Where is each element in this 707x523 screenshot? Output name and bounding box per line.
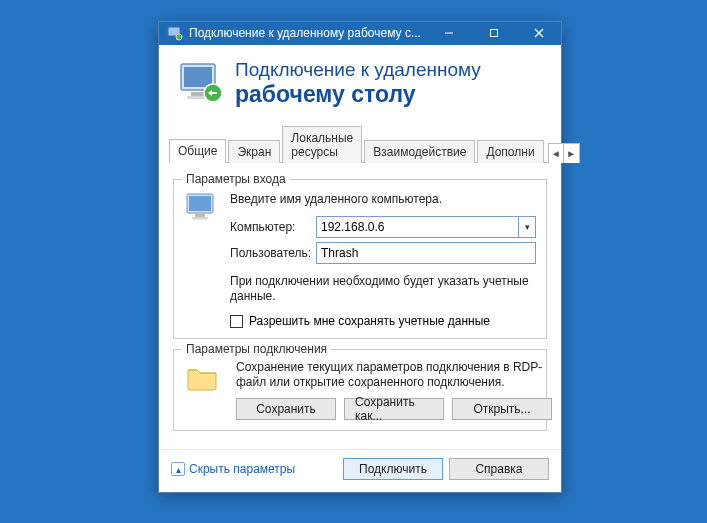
computer-input[interactable] bbox=[316, 216, 518, 238]
tab-scroll-left[interactable]: ◄ bbox=[548, 143, 564, 163]
save-button[interactable]: Сохранить bbox=[236, 398, 336, 420]
dialog-header: Подключение к удаленному рабочему столу bbox=[159, 45, 561, 125]
logon-intro: Введите имя удаленного компьютера. bbox=[230, 192, 536, 206]
group-connection-settings: Параметры подключения Сохранение текущих… bbox=[173, 349, 547, 431]
dialog-footer: ▴ Скрыть параметры Подключить Справка bbox=[159, 449, 561, 492]
header-line2: рабочему столу bbox=[235, 81, 481, 107]
tab-advanced[interactable]: Дополни bbox=[477, 140, 543, 163]
folder-icon bbox=[184, 360, 220, 396]
connection-text: Сохранение текущих параметров подключени… bbox=[236, 360, 552, 390]
minimize-button[interactable] bbox=[426, 22, 471, 45]
header-text: Подключение к удаленному рабочему столу bbox=[235, 59, 481, 107]
svg-rect-12 bbox=[189, 196, 211, 211]
close-button[interactable] bbox=[516, 22, 561, 45]
save-as-button[interactable]: Сохранить как... bbox=[344, 398, 444, 420]
tab-scroll-right[interactable]: ► bbox=[564, 143, 580, 163]
username-input[interactable] bbox=[316, 242, 536, 264]
tab-scroll-buttons: ◄ ► bbox=[548, 143, 580, 163]
computer-label: Компьютер: bbox=[230, 220, 316, 234]
user-label: Пользователь: bbox=[230, 246, 316, 260]
rdp-settings-window: Подключение к удаленному рабочему с... bbox=[158, 21, 562, 493]
svg-point-1 bbox=[176, 34, 182, 40]
tab-content: Параметры входа Введите имя удаленного к… bbox=[159, 163, 561, 449]
tab-display[interactable]: Экран bbox=[228, 140, 280, 163]
chevron-up-icon: ▴ bbox=[171, 462, 185, 476]
window-controls bbox=[426, 22, 561, 45]
help-button[interactable]: Справка bbox=[449, 458, 549, 480]
tab-experience[interactable]: Взаимодействие bbox=[364, 140, 475, 163]
open-button[interactable]: Открыть... bbox=[452, 398, 552, 420]
group-logon-legend: Параметры входа bbox=[182, 172, 290, 186]
svg-rect-13 bbox=[195, 214, 205, 217]
group-connection-legend: Параметры подключения bbox=[182, 342, 331, 356]
titlebar: Подключение к удаленному рабочему с... bbox=[159, 22, 561, 45]
header-line1: Подключение к удаленному bbox=[235, 59, 481, 81]
chevron-down-icon[interactable]: ▾ bbox=[518, 216, 536, 238]
rdp-monitor-icon bbox=[177, 59, 225, 107]
window-title: Подключение к удаленному рабочему с... bbox=[189, 26, 426, 40]
tab-local-resources[interactable]: Локальные ресурсы bbox=[282, 126, 362, 163]
svg-rect-7 bbox=[184, 67, 212, 87]
svg-rect-3 bbox=[490, 30, 497, 37]
credentials-note: При подключении необходимо будет указать… bbox=[230, 274, 536, 304]
computer-combobox[interactable]: ▾ bbox=[316, 216, 536, 238]
app-icon bbox=[167, 25, 183, 41]
monitor-small-icon bbox=[184, 190, 220, 226]
svg-rect-8 bbox=[191, 92, 205, 96]
tab-general[interactable]: Общие bbox=[169, 139, 226, 163]
hide-options-label: Скрыть параметры bbox=[189, 462, 295, 476]
connect-button[interactable]: Подключить bbox=[343, 458, 443, 480]
svg-rect-14 bbox=[192, 217, 208, 220]
save-credentials-label: Разрешить мне сохранять учетные данные bbox=[249, 314, 490, 328]
hide-options-link[interactable]: ▴ Скрыть параметры bbox=[171, 462, 295, 476]
tab-strip: Общие Экран Локальные ресурсы Взаимодейс… bbox=[169, 125, 551, 163]
maximize-button[interactable] bbox=[471, 22, 516, 45]
group-logon-settings: Параметры входа Введите имя удаленного к… bbox=[173, 179, 547, 339]
save-credentials-checkbox[interactable] bbox=[230, 315, 243, 328]
